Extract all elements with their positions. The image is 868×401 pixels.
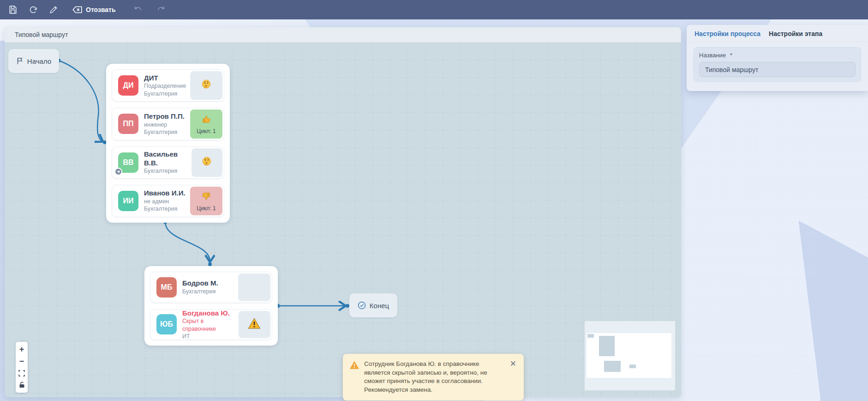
status-badge: [190, 71, 222, 100]
warning-toast: Сотрудник Богданова Ю. в справочнике явл…: [343, 354, 524, 401]
approver-info: Петров П.П.инженерБухгалтерия: [144, 112, 185, 136]
route-canvas: Типовой маршрут: [5, 27, 681, 397]
status-badge: [239, 311, 270, 339]
start-node-label: Начало: [27, 57, 51, 65]
cycle-counter: Цикл: 1: [197, 128, 216, 134]
backspace-icon: [72, 5, 83, 14]
canvas-body[interactable]: Начало ДИДИТПодразделениеБухгалтерияПППе…: [5, 43, 681, 397]
status-badge: Цикл: 1: [190, 187, 222, 215]
check-circle-icon: [358, 301, 366, 310]
approver-name: Петров П.П.: [144, 112, 185, 121]
warning-toast-text: Сотрудник Богданова Ю. в справочнике явл…: [364, 360, 504, 395]
approver-info: ДИТПодразделениеБухгалтерия: [144, 74, 186, 97]
avatar: ПП: [118, 114, 138, 134]
avatar: ДИ: [118, 75, 138, 96]
plus-icon: +: [19, 345, 24, 354]
lock-button[interactable]: [16, 379, 28, 390]
avatar: ИИ: [118, 191, 138, 211]
thumb-down-emoji-icon: [200, 190, 212, 204]
settings-panel: Настройки процесса Настройки этапа Назва…: [687, 25, 868, 91]
approver-subtitle: Скрыт в справочнике: [182, 317, 239, 333]
approver-subtitle: Бухгалтерия: [144, 90, 186, 97]
approver-info: Бодров М.Бухгалтерия: [182, 279, 218, 295]
settings-tabs: Настройки процесса Настройки этапа: [687, 25, 868, 42]
minimap-node: [599, 336, 615, 356]
name-field-card: Название *: [693, 47, 862, 82]
approver-subtitle: ИТ: [182, 333, 239, 340]
minimap-node: [629, 365, 636, 368]
approver-subtitle: инженер: [144, 121, 185, 128]
approver-info: Васильев В.В.Бухгалтерия: [144, 150, 192, 175]
approver-name: Богданова Ю.: [182, 309, 239, 318]
avatar: МБ: [156, 277, 177, 298]
revoke-label: Отозвать: [86, 6, 116, 13]
status-badge: [192, 148, 222, 177]
approver-subtitle: Бухгалтерия: [144, 205, 186, 213]
refresh-button[interactable]: [25, 2, 42, 17]
approver-subtitle: Подразделение: [144, 82, 186, 90]
approver-group-2[interactable]: МББодров М.БухгалтерияЮББогданова Ю.Скры…: [144, 266, 278, 346]
fit-view-icon: [18, 370, 25, 377]
avatar: ЮБ: [156, 314, 177, 334]
minus-icon: −: [19, 357, 24, 366]
approver-info: Богданова Ю.Скрыт в справочникеИТ: [182, 309, 239, 340]
end-node-label: Конец: [370, 302, 389, 310]
minimap[interactable]: [585, 321, 675, 390]
approver-name: Васильев В.В.: [144, 150, 192, 168]
approver-card[interactable]: МББодров М.Бухгалтерия: [150, 272, 272, 303]
warning-icon: [349, 360, 359, 370]
redo-button[interactable]: [153, 2, 169, 17]
undo-icon: [132, 5, 144, 15]
approver-name: ДИТ: [144, 74, 186, 83]
warning-emoji-icon: [248, 317, 261, 331]
canvas-title: Типовой маршрут: [15, 31, 68, 38]
lock-icon: [19, 382, 25, 388]
avatar: ВВ: [118, 152, 138, 173]
approver-subtitle: Бухгалтерия: [144, 167, 192, 175]
thinking-emoji-icon: [200, 79, 212, 92]
canvas-title-bar: Типовой маршрут: [5, 27, 681, 43]
undo-button[interactable]: [130, 2, 146, 17]
approver-card[interactable]: ВВВасильев В.В.Бухгалтерия: [112, 146, 224, 179]
status-badge: Цикл: 1: [190, 109, 222, 138]
refresh-icon: [28, 5, 38, 15]
redo-icon: [156, 5, 167, 15]
name-field-label: Название *: [699, 52, 856, 59]
zoom-out-button[interactable]: −: [16, 356, 28, 367]
flag-icon: [16, 57, 24, 65]
tab-stage-settings[interactable]: Настройки этапа: [769, 30, 822, 37]
zoom-in-button[interactable]: +: [16, 344, 28, 355]
edit-button[interactable]: [45, 2, 62, 17]
approver-subtitle: не админ: [144, 198, 186, 205]
minimap-viewport: [587, 333, 671, 378]
forward-arrow-icon: [114, 168, 122, 176]
cycle-counter: Цикл: 1: [197, 205, 216, 212]
approver-subtitle: Бухгалтерия: [144, 128, 185, 136]
status-badge: [238, 273, 270, 301]
approver-card[interactable]: ИИИванов И.И.не админБухгалтерияЦикл: 1: [112, 185, 224, 217]
tab-process-settings[interactable]: Настройки процесса: [694, 30, 760, 37]
start-node[interactable]: Начало: [8, 49, 59, 73]
minimap-node: [604, 361, 621, 372]
approver-card[interactable]: ДИДИТПодразделениеБухгалтерия: [112, 69, 224, 102]
toast-close-button[interactable]: ✕: [509, 360, 517, 368]
approver-info: Иванов И.И.не админБухгалтерия: [144, 189, 186, 213]
approver-name: Бодров М.: [182, 279, 218, 288]
approver-name: Иванов И.И.: [144, 189, 186, 198]
approver-card[interactable]: ЮББогданова Ю.Скрыт в справочникеИТ: [150, 309, 272, 340]
save-button[interactable]: [5, 2, 21, 17]
approver-group-1[interactable]: ДИДИТПодразделениеБухгалтерияПППетров П.…: [106, 64, 230, 223]
minimap-node: [587, 334, 594, 338]
fit-view-button[interactable]: [16, 368, 28, 379]
pencil-icon: [48, 5, 59, 15]
approver-card[interactable]: ПППетров П.П.инженерБухгалтерияЦикл: 1: [112, 108, 224, 140]
thinking-emoji-icon: [201, 156, 213, 170]
top-toolbar: Отозвать: [0, 0, 868, 19]
save-icon: [8, 5, 18, 15]
revoke-button[interactable]: Отозвать: [72, 2, 116, 17]
approver-subtitle: Бухгалтерия: [182, 288, 218, 295]
end-node[interactable]: Конец: [349, 293, 397, 317]
name-input[interactable]: [699, 62, 856, 77]
thumb-up-emoji-icon: [200, 113, 212, 127]
zoom-controls: + −: [16, 342, 28, 393]
